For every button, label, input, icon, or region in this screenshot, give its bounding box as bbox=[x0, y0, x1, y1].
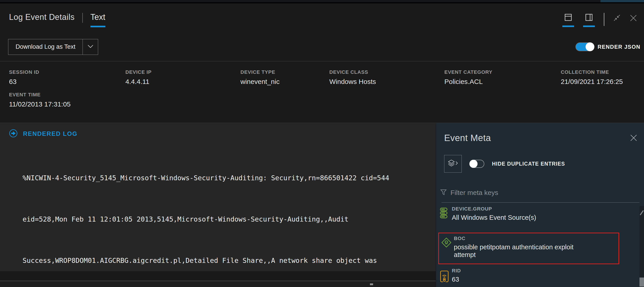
meta-value[interactable]: All Windows Event Source(s) bbox=[452, 214, 587, 221]
log-footer-strip bbox=[0, 271, 436, 281]
split-horizontal-icon bbox=[564, 14, 572, 21]
log-line: eid=528,Mon Feb 11 12:01:05 2013,5145,Mi… bbox=[22, 212, 436, 226]
summary-field-event-category: EVENT CATEGORY Policies.ACL bbox=[444, 69, 561, 86]
tab-active-underline bbox=[90, 26, 105, 27]
tab-text-label: Text bbox=[90, 12, 105, 22]
event-meta-panel: Event Meta HIDE DUPLICATE ENT bbox=[436, 123, 644, 287]
page-title: Log Event Details bbox=[9, 12, 75, 22]
hide-duplicates-label: HIDE DUPLICATE ENTRIES bbox=[492, 161, 565, 167]
view-split-vertical-button[interactable] bbox=[583, 14, 595, 27]
event-meta-close-button[interactable] bbox=[630, 134, 638, 143]
layers-icon bbox=[448, 159, 458, 168]
summary-field-device-ip: DEVICE IP 4.4.4.11 bbox=[126, 69, 240, 86]
meta-key: DEVICE.GROUP bbox=[452, 206, 620, 212]
log-line: %NICWIN-4-Security_5145_Microsoft-Window… bbox=[22, 171, 436, 185]
header-icon-divider bbox=[604, 13, 604, 26]
meta-entry-device-group[interactable]: DEVICE.GROUP All Windows Event Source(s) bbox=[440, 206, 620, 221]
scrollbar-decoration bbox=[640, 209, 644, 217]
log-event-details-window: Log Event Details Text bbox=[0, 0, 644, 287]
meta-groups-button[interactable] bbox=[444, 155, 462, 172]
log-line: Success,WROP8DOM01.AIGCRBG.aigcredit.pl,… bbox=[22, 254, 436, 267]
log-horizontal-scrollbar[interactable] bbox=[0, 281, 436, 287]
meta-key: BOC bbox=[454, 236, 618, 242]
tab-text[interactable]: Text bbox=[90, 12, 105, 22]
device-group-icon bbox=[440, 207, 448, 220]
toggle-knob bbox=[586, 42, 594, 51]
page-top-strip bbox=[0, 0, 644, 2]
view-active-underline bbox=[562, 26, 574, 27]
rid-icon bbox=[440, 270, 449, 284]
summary-field-device-type: DEVICE TYPE winevent_nic bbox=[240, 69, 329, 86]
event-summary: SESSION ID 63 DEVICE IP 4.4.4.11 DEVICE … bbox=[0, 62, 644, 123]
toggle-knob bbox=[470, 160, 478, 168]
filter-meta-keys-input[interactable] bbox=[450, 189, 545, 196]
rendered-log-panel: RENDERED LOG %NICWIN-4-Security_5145_Mic… bbox=[0, 123, 436, 287]
collapse-panel-button[interactable] bbox=[613, 14, 620, 22]
summary-field-device-class: DEVICE CLASS Windows Hosts bbox=[329, 69, 444, 86]
page-top-strip-accent bbox=[600, 0, 644, 2]
filter-funnel-icon bbox=[440, 189, 447, 196]
summary-field-event-time: EVENT TIME 11/02/2013 17:31:05 bbox=[9, 92, 126, 108]
event-meta-title: Event Meta bbox=[444, 133, 491, 143]
summary-field-session-id: SESSION ID 63 bbox=[9, 69, 126, 86]
meta-entry-rid[interactable]: RID 63 bbox=[440, 268, 620, 283]
download-log-button[interactable]: Download Log as Text bbox=[8, 39, 98, 55]
meta-value[interactable]: possible petitpotam authentication explo… bbox=[454, 243, 589, 258]
log-text[interactable]: %NICWIN-4-Security_5145_Microsoft-Window… bbox=[22, 144, 436, 287]
summary-field-collection-time: COLLECTION TIME 21/09/2021 17:26:25 bbox=[561, 69, 635, 86]
view-active-underline bbox=[583, 26, 595, 27]
circle-arrow-right-icon[interactable] bbox=[9, 129, 18, 138]
meta-value[interactable]: 63 bbox=[452, 276, 587, 283]
close-panel-button[interactable] bbox=[630, 14, 637, 22]
meta-vertical-scrollbar[interactable] bbox=[640, 206, 644, 287]
titlebar: Log Event Details Text bbox=[0, 4, 644, 34]
render-json-toggle[interactable] bbox=[576, 43, 594, 51]
hide-duplicates-toggle[interactable] bbox=[470, 160, 484, 168]
meta-entry-boc-highlighted[interactable]: BOC possible petitpotam authentication e… bbox=[438, 232, 619, 264]
download-options-button[interactable] bbox=[82, 39, 98, 54]
meta-key: RID bbox=[452, 268, 620, 274]
toolbar: Download Log as Text RENDER JSON bbox=[0, 34, 644, 61]
rendered-log-title: RENDERED LOG bbox=[23, 130, 78, 138]
render-json-label: RENDER JSON bbox=[598, 44, 640, 50]
download-log-label: Download Log as Text bbox=[8, 39, 82, 54]
threat-icon bbox=[441, 237, 452, 249]
chevron-down-icon bbox=[88, 45, 94, 49]
title-divider bbox=[82, 13, 83, 23]
scrollbar-thumb[interactable] bbox=[640, 278, 644, 286]
scrollbar-thumb[interactable] bbox=[370, 284, 373, 285]
view-split-horizontal-button[interactable] bbox=[562, 14, 574, 27]
split-vertical-icon bbox=[585, 14, 592, 21]
